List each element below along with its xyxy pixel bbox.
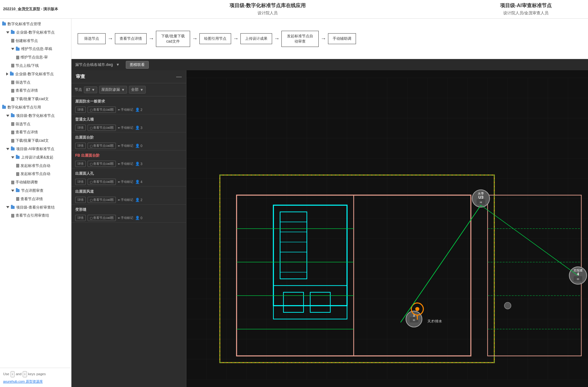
audit-panel-close-button[interactable]: — bbox=[176, 73, 182, 80]
flow-arrow-4: → bbox=[233, 35, 239, 42]
sidebar-item-download-cad[interactable]: 下载/批量下载cad文 bbox=[0, 95, 71, 103]
audit-detail-btn-5[interactable]: 详情 bbox=[75, 179, 86, 185]
audit-count-7: 👤 0 bbox=[135, 216, 142, 220]
audit-scope-select[interactable]: 全部 ▼ bbox=[129, 86, 146, 94]
audit-item-3-1: 详情 ▢ 查看节点cad图 ✒ 手动标记 👤 0 bbox=[71, 141, 186, 150]
audit-cad-btn-1[interactable]: ▢ 查看节点cad图 bbox=[88, 107, 116, 113]
flow-step-7[interactable]: 手动辅助调 bbox=[328, 33, 356, 44]
flow-step-4[interactable]: 绘图引用节点 bbox=[199, 33, 231, 44]
axure-link[interactable]: axurehub.com 原型资源库 bbox=[3, 380, 43, 383]
cad-bar: 漏节点合稿各城市.dwg ▼ 图模联看 bbox=[71, 59, 588, 70]
audit-group-title-6: 出屋面风道 bbox=[71, 187, 186, 196]
audit-panel-title: 审查 bbox=[76, 74, 85, 80]
audit-cad-btn-3[interactable]: ▢ 查看节点cad图 bbox=[88, 143, 116, 149]
audit-mark-btn-1[interactable]: ✒ 手动标记 bbox=[118, 108, 133, 112]
audit-group-7: 变形缝 详情 ▢ 查看节点cad图 ✒ 手动标记 👤 0 bbox=[71, 205, 186, 223]
audit-count-1: 👤 2 bbox=[135, 108, 142, 112]
audit-panel-header: 审查 — bbox=[71, 70, 186, 83]
sidebar-item-manual-adjust[interactable]: 手动辅助调整 bbox=[0, 178, 71, 187]
sidebar-item-node-management[interactable]: 数字化标准节点管理 bbox=[0, 20, 71, 28]
nav-hint: Use ‹ and › keys pages bbox=[3, 371, 68, 377]
svg-text:U3: U3 bbox=[478, 195, 484, 200]
sidebar-item-detail-review[interactable]: 节点详图审查 bbox=[0, 187, 71, 195]
sidebar-item-view-reference-review[interactable]: 查看节点引用审查结 bbox=[0, 211, 71, 220]
sidebar-item-node-reference[interactable]: 数字化标准节点引用 bbox=[0, 103, 71, 112]
sidebar-item-project-nodes[interactable]: 项目级-数字化标准节点 bbox=[0, 112, 71, 120]
flow-arrow-3: → bbox=[192, 35, 198, 42]
audit-detail-btn-7[interactable]: 详情 bbox=[75, 215, 86, 221]
flow-step-3[interactable]: 下载/批量下载cad文件 bbox=[156, 31, 190, 47]
audit-detail-btn-1[interactable]: 详情 bbox=[75, 107, 86, 113]
sidebar-item-enterprise-nodes[interactable]: 企业级-数字化标准节点 bbox=[0, 28, 71, 37]
sidebar-item-view-detail[interactable]: 查看节点详情 bbox=[0, 86, 71, 95]
audit-mark-btn-7[interactable]: ✒ 手动标记 bbox=[118, 216, 133, 220]
audit-type-select[interactable]: 屋面防渗漏 ▼ bbox=[99, 86, 127, 94]
audit-item-7-1: 详情 ▢ 查看节点cad图 ✒ 手动标记 👤 0 bbox=[71, 214, 186, 222]
audit-mark-btn-5[interactable]: ✒ 手动标记 bbox=[118, 180, 133, 184]
audit-mark-btn-3[interactable]: ✒ 手动标记 bbox=[118, 144, 133, 148]
flow-arrow-1: → bbox=[107, 35, 113, 42]
svg-text:H: H bbox=[480, 200, 482, 204]
cad-file-name: 漏节点合稿各城市.dwg bbox=[75, 62, 113, 67]
audit-mark-btn-6[interactable]: ✒ 手动标记 bbox=[118, 198, 133, 202]
sidebar-item-create-node[interactable]: 创建标准节点 bbox=[0, 37, 71, 45]
audit-mark-btn-2[interactable]: ✒ 手动标记 bbox=[118, 126, 133, 130]
audit-count-6: 👤 2 bbox=[135, 198, 142, 202]
audit-cad-btn-4[interactable]: ▢ 查看节点cad图 bbox=[88, 161, 116, 167]
audit-item-1-1: 详情 ▢ 查看节点cad图 ✒ 手动标记 👤 2 bbox=[71, 105, 186, 114]
audit-count-select[interactable]: 87 ▼ bbox=[84, 86, 97, 93]
sidebar-item-ai-review[interactable]: 项目级-AI审查标准节点 bbox=[0, 145, 71, 153]
header-center: 项目级-数字化标准节点库在线应用 设计院人员 bbox=[71, 2, 464, 16]
sidebar-item-upload-results[interactable]: 上传设计成果&发起 bbox=[0, 153, 71, 162]
flow-step-2[interactable]: 查看节点详情 bbox=[115, 33, 147, 44]
flow-arrow-2: → bbox=[148, 35, 154, 42]
sidebar-item-maintain-review[interactable]: 维护节点信息-审 bbox=[0, 53, 71, 62]
audit-cad-btn-2[interactable]: ▢ 查看节点cad图 bbox=[88, 125, 116, 131]
audit-detail-btn-3[interactable]: 详情 bbox=[75, 143, 86, 149]
header-left-title: 202210_金茂交互原型 - 演示版本 bbox=[0, 4, 71, 14]
sidebar-item-filter-node[interactable]: 筛选节点 bbox=[0, 78, 71, 87]
sidebar: 数字化标准节点管理 企业级-数字化标准节点 创建标准节点 维护节点信息-草稿 维… bbox=[0, 19, 71, 387]
cad-dropdown-arrow-icon[interactable]: ▼ bbox=[116, 62, 120, 67]
audit-count-2: 👤 3 bbox=[135, 126, 142, 130]
audit-cad-btn-5[interactable]: ▢ 查看节点cad图 bbox=[88, 179, 116, 185]
sidebar-item-node-online[interactable]: 节点上线/下线 bbox=[0, 62, 71, 70]
sidebar-item-enterprise-nodes-2[interactable]: 企业级-数字化标准节点 bbox=[0, 70, 71, 78]
audit-cad-btn-6[interactable]: ▢ 查看节点cad图 bbox=[88, 197, 116, 203]
audit-detail-btn-4[interactable]: 详情 bbox=[75, 161, 86, 167]
left-key: ‹ bbox=[11, 371, 15, 377]
flow-arrow-6: → bbox=[321, 35, 326, 42]
cad-view-button[interactable]: 图模联看 bbox=[126, 61, 149, 69]
sidebar-item-filter-node-2[interactable]: 筛选节点 bbox=[0, 120, 71, 128]
audit-mark-btn-4[interactable]: ✒ 手动标记 bbox=[118, 162, 133, 166]
cad-drawing: 永季 U3 H 党报建 4 H 1 H 天才/排水 bbox=[186, 70, 588, 387]
audit-item-4-1: 详情 ▢ 查看节点cad图 ✒ 手动标记 👤 3 bbox=[71, 159, 186, 168]
sidebar-item-auto-review-1[interactable]: 发起标准节点自动 bbox=[0, 162, 71, 170]
svg-point-82 bbox=[415, 307, 419, 311]
right-key: › bbox=[23, 371, 27, 377]
audit-detail-btn-2[interactable]: 详情 bbox=[75, 125, 86, 131]
audit-group-6: 出屋面风道 详情 ▢ 查看节点cad图 ✒ 手动标记 👤 2 bbox=[71, 187, 186, 205]
flow-step-1[interactable]: 筛选节点 bbox=[78, 33, 106, 44]
sidebar-item-view-detail-3[interactable]: 查看节点详情 bbox=[0, 195, 71, 203]
svg-text:H: H bbox=[577, 277, 579, 281]
keys-text: keys bbox=[28, 371, 35, 377]
sidebar-item-maintain-draft[interactable]: 维护节点信息-草稿 bbox=[0, 45, 71, 53]
audit-item-6-1: 详情 ▢ 查看节点cad图 ✒ 手动标记 👤 2 bbox=[71, 196, 186, 204]
audit-group-title-5: 出屋面人孔 bbox=[71, 168, 186, 177]
audit-group-title-4: FB 出屋面台阶 bbox=[71, 150, 186, 159]
flow-step-5[interactable]: 上传设计成果 bbox=[240, 33, 272, 44]
sidebar-item-analysis-review[interactable]: 项目级-查看分析审查结 bbox=[0, 203, 71, 212]
audit-cad-btn-7[interactable]: ▢ 查看节点cad图 bbox=[88, 215, 116, 221]
audit-detail-btn-6[interactable]: 详情 bbox=[75, 197, 86, 203]
sidebar-item-auto-review-2[interactable]: 发起标准节点自动 bbox=[0, 170, 71, 178]
sidebar-item-view-detail-2[interactable]: 查看节点详情 bbox=[0, 128, 71, 136]
sidebar-item-download-cad-2[interactable]: 下载/批量下载cad文 bbox=[0, 136, 71, 145]
audit-group-title-2: 普通女儿墙 bbox=[71, 114, 186, 123]
header-right-title: 项目级-AI审查标准节点 bbox=[500, 2, 551, 9]
svg-text:4: 4 bbox=[577, 272, 579, 276]
flow-step-6[interactable]: 发起标准节点自动审查 bbox=[281, 31, 319, 47]
audit-group-4: FB 出屋面台阶 详情 ▢ 查看节点cad图 ✒ 手动标记 👤 3 bbox=[71, 150, 186, 168]
and-text: and bbox=[16, 371, 21, 377]
sidebar-bottom: Use ‹ and › keys pages axurehub.com 原型资源… bbox=[0, 368, 71, 387]
